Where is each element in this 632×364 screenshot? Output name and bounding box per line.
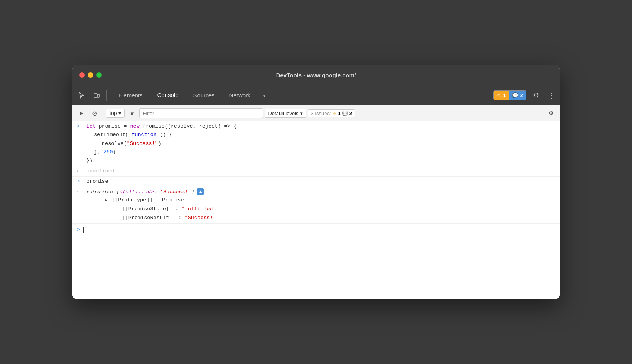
tabbar-right: ⚠ 1 💬 2 ⚙ ⋮ — [493, 89, 557, 102]
input-arrow-3: > — [77, 177, 83, 185]
toolbar-warn-icon: ⚠ — [332, 111, 337, 116]
tab-console[interactable]: Console — [150, 85, 186, 105]
more-tabs-button[interactable]: » — [258, 89, 269, 102]
issues-text: 3 Issues: — [311, 111, 331, 116]
tab-network[interactable]: Network — [222, 85, 258, 105]
context-selector[interactable]: top ▾ — [106, 109, 125, 118]
toolbar-divider — [103, 109, 103, 118]
console-settings-icon: ⚙ — [548, 110, 553, 117]
console-entry-4: ← ▼ Promise {<fulfilled>: 'Success!'} i … — [72, 187, 560, 224]
tabbar-left-icons — [75, 89, 108, 102]
live-expressions-button[interactable]: 👁 — [126, 108, 138, 119]
toolbar-warn-count: 1 — [338, 111, 341, 116]
settings-button[interactable]: ⚙ — [530, 89, 543, 102]
console-output: > let promise = new Promise((resolve, re… — [72, 121, 560, 299]
output-arrow-4: ← — [77, 188, 83, 196]
console-input-prompt[interactable]: > — [72, 224, 560, 236]
more-options-button[interactable]: ⋮ — [546, 89, 557, 102]
execute-icon: ▶ — [80, 111, 83, 116]
promise-result-row: [[PromiseResult]] : "Success!" — [86, 214, 560, 223]
console-settings-button[interactable]: ⚙ — [545, 108, 557, 119]
promise-obj-text: Promise {<fulfilled>: 'Success!'} — [91, 188, 195, 196]
execute-button[interactable]: ▶ — [75, 108, 87, 119]
levels-label: Default levels — [268, 111, 298, 116]
tab-elements[interactable]: Elements — [111, 85, 150, 105]
svg-rect-1 — [97, 94, 99, 97]
context-label: top — [109, 110, 117, 116]
titlebar: DevTools - www.google.com/ — [72, 65, 560, 85]
prototype-row: ▶ [[Prototype]] : Promise — [86, 196, 560, 205]
output-arrow-2: ← — [77, 167, 83, 175]
window-title: DevTools - www.google.com/ — [276, 72, 356, 78]
inspect-element-button[interactable] — [75, 89, 89, 102]
tabs: Elements Console Sources Network » — [111, 85, 493, 105]
cursor — [83, 227, 86, 233]
info-count: 2 — [520, 92, 523, 98]
dropdown-arrow-icon: ▾ — [118, 110, 121, 116]
toolbar-info-count: 2 — [349, 111, 352, 116]
info-badge: 💬 2 — [509, 91, 526, 100]
minimize-button[interactable] — [88, 72, 93, 78]
ban-icon: ⊘ — [92, 110, 97, 117]
info-icon: 💬 — [512, 92, 518, 98]
warn-count: 1 — [503, 92, 506, 98]
maximize-button[interactable] — [96, 72, 102, 78]
clear-console-button[interactable]: ⊘ — [89, 108, 100, 119]
console-toolbar: ▶ ⊘ top ▾ 👁 Default levels ▾ 3 Issues: ⚠… — [72, 105, 560, 121]
console-entry-1: > let promise = new Promise((resolve, re… — [72, 121, 560, 166]
toolbar-info-icon: 💬 — [342, 111, 348, 116]
device-toolbar-button[interactable] — [90, 89, 103, 102]
close-button[interactable] — [79, 72, 85, 78]
divider — [106, 90, 107, 101]
promise-var: promise — [86, 177, 108, 186]
tabbar: Elements Console Sources Network » ⚠ 1 — [72, 85, 560, 105]
log-levels-dropdown[interactable]: Default levels ▾ — [265, 109, 306, 118]
eye-icon: 👁 — [129, 110, 135, 117]
warn-icon: ⚠ — [497, 92, 501, 98]
issues-badge[interactable]: ⚠ 1 💬 2 — [493, 90, 526, 100]
info-badge-icon[interactable]: i — [197, 188, 204, 195]
prototype-expand-icon[interactable]: ▶ — [105, 198, 107, 202]
console-entry-3: > promise — [72, 177, 560, 187]
filter-input[interactable] — [139, 108, 263, 118]
device-icon — [93, 92, 100, 99]
console-entry-2: ← undefined — [72, 166, 560, 177]
promise-output: ▼ Promise {<fulfilled>: 'Success!'} i ▶ … — [86, 188, 560, 223]
traffic-lights — [79, 72, 102, 78]
promise-expand-arrow[interactable]: ▼ — [86, 189, 89, 196]
warn-badge: ⚠ 1 — [494, 91, 509, 100]
cursor-icon — [79, 92, 85, 99]
undefined-value: undefined — [86, 167, 114, 175]
svg-rect-0 — [94, 93, 97, 98]
code-block-1: let promise = new Promise((resolve, reje… — [86, 122, 560, 165]
promise-obj-row: ▼ Promise {<fulfilled>: 'Success!'} i — [86, 188, 560, 196]
toolbar-issues-badge[interactable]: 3 Issues: ⚠ 1 💬 2 — [308, 109, 355, 117]
levels-arrow-icon: ▾ — [300, 111, 303, 116]
promise-state-row: [[PromiseState]] : "fulfilled" — [86, 205, 560, 214]
prompt-chevron-icon: > — [77, 226, 80, 234]
devtools-window: DevTools - www.google.com/ Elements — [72, 65, 560, 299]
input-arrow-1: > — [77, 122, 83, 130]
tab-sources[interactable]: Sources — [186, 85, 222, 105]
